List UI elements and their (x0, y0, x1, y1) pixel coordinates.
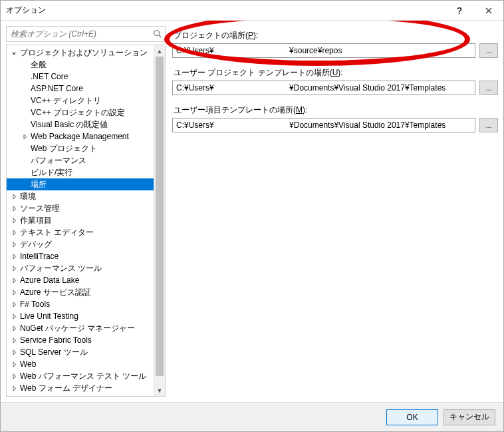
tree-item[interactable]: ASP.NET Core (7, 83, 165, 95)
chevron-right-icon (11, 194, 17, 200)
expander-closed[interactable] (9, 335, 19, 345)
chevron-right-icon (11, 314, 17, 320)
tree-item-label: パフォーマンス ツール (19, 263, 102, 274)
ok-button[interactable]: OK (386, 409, 438, 425)
tree-item-label: Live Unit Testing (19, 312, 78, 321)
expander-closed[interactable] (9, 228, 19, 237)
tree-scroll[interactable]: プロジェクトおよびソリューション全般.NET CoreASP.NET CoreV… (7, 45, 165, 396)
chevron-right-icon (11, 337, 17, 343)
chevron-right-icon (11, 206, 17, 212)
tree-item[interactable]: テキスト エディター (7, 226, 165, 238)
chevron-right-icon (11, 254, 17, 260)
expander-closed[interactable] (9, 204, 19, 213)
tree-item-label: プロジェクトおよびソリューション (19, 47, 148, 59)
scroll-down-button[interactable]: ▼ (154, 385, 165, 396)
user-item-templates-browse-button[interactable]: ... (479, 118, 498, 132)
tree-item-label: Azure サービス認証 (19, 287, 91, 298)
tree-item[interactable]: Service Fabric Tools (7, 334, 165, 346)
user-project-templates-group: ユーザー プロジェクト テンプレートの場所(U): ... (172, 67, 498, 95)
tree-item[interactable]: Web Package Management (7, 130, 165, 142)
tree-item[interactable]: SQL Server ツール (7, 346, 165, 358)
tree-item[interactable]: Live Unit Testing (7, 310, 165, 322)
user-item-templates-input[interactable] (172, 118, 475, 132)
tree-item[interactable]: Azure Data Lake (7, 274, 165, 286)
content-area: プロジェクトおよびソリューション全般.NET CoreASP.NET CoreV… (1, 21, 503, 402)
expander-open[interactable] (9, 48, 19, 57)
tree-item-label: VC++ プロジェクトの設定 (29, 107, 125, 118)
chevron-right-icon (11, 230, 17, 236)
tree-item[interactable]: F# Tools (7, 298, 165, 310)
user-project-templates-input[interactable] (172, 81, 475, 95)
tree-item[interactable]: .NET Core (7, 71, 165, 83)
tree-item-label: Azure Data Lake (19, 276, 79, 285)
expander-closed[interactable] (9, 300, 19, 309)
close-button[interactable] (474, 1, 503, 21)
tree-item[interactable]: Web (7, 358, 165, 370)
tree-item[interactable]: パフォーマンス (7, 154, 165, 166)
tree-item-label: 場所 (29, 179, 47, 190)
tree-item-label: 環境 (19, 191, 36, 202)
expander-closed[interactable] (9, 264, 19, 273)
tree-item-label: ソース管理 (19, 203, 60, 214)
projects-location-input[interactable] (172, 43, 475, 58)
tree-item-label: 作業項目 (19, 215, 52, 226)
tree-item[interactable]: 場所 (7, 178, 165, 190)
tree-item-label: ASP.NET Core (29, 84, 83, 93)
tree-item[interactable]: Web プロジェクト (7, 142, 165, 154)
help-button[interactable]: ? (445, 1, 474, 21)
tree-item[interactable]: 環境 (7, 190, 165, 202)
chevron-right-icon (11, 242, 17, 248)
tree-item[interactable]: デバッグ (7, 238, 165, 250)
expander-closed[interactable] (9, 216, 19, 225)
expander-closed[interactable] (9, 324, 19, 333)
tree-item[interactable]: Web フォーム デザイナー (7, 382, 165, 394)
tree-item[interactable]: 全般 (7, 59, 165, 71)
tree-item-label: F# Tools (19, 300, 50, 309)
tree-item[interactable]: パフォーマンス ツール (7, 262, 165, 274)
expander-closed[interactable] (9, 240, 19, 249)
tree-scrollbar[interactable]: ▲ ▼ (154, 45, 165, 396)
scroll-up-button[interactable]: ▲ (154, 45, 165, 57)
tree-item[interactable]: ビルド/実行 (7, 166, 165, 178)
user-project-templates-label: ユーザー プロジェクト テンプレートの場所(U): (172, 67, 498, 79)
tree-item[interactable]: ソース管理 (7, 202, 165, 214)
chevron-down-icon (11, 50, 17, 56)
chevron-right-icon (11, 218, 17, 224)
titlebar: オプション ? (1, 1, 503, 21)
tree-item[interactable]: VC++ プロジェクトの設定 (7, 107, 165, 118)
expander-closed[interactable] (9, 276, 19, 285)
user-item-templates-group: ユーザー項目テンプレートの場所(M): ... (172, 105, 498, 132)
expander-closed[interactable] (9, 359, 19, 369)
expander-closed[interactable] (9, 312, 19, 321)
expander-closed[interactable] (20, 132, 29, 141)
search-box[interactable] (6, 26, 166, 42)
expander-closed[interactable] (9, 192, 19, 201)
tree-item[interactable]: Web パフォーマンス テスト ツール (7, 370, 165, 382)
right-panel: プロジェクトの場所(P): ... ユーザー プロジェクト テンプレートの場所(… (172, 26, 498, 397)
expander-closed[interactable] (9, 252, 19, 261)
expander-closed[interactable] (9, 371, 19, 381)
tree-item[interactable]: プロジェクトおよびソリューション (7, 47, 165, 59)
tree-item-label: Web フォーム デザイナー (19, 383, 112, 394)
projects-location-browse-button[interactable]: ... (479, 43, 498, 58)
scroll-thumb[interactable] (156, 57, 164, 376)
expander-closed[interactable] (9, 383, 19, 393)
expander-closed[interactable] (9, 288, 19, 297)
user-project-templates-browse-button[interactable]: ... (479, 81, 498, 95)
tree-item[interactable]: VC++ ディレクトリ (7, 95, 165, 107)
tree-item[interactable]: NuGet パッケージ マネージャー (7, 322, 165, 334)
dialog-button-bar: OK キャンセル (1, 402, 503, 431)
chevron-right-icon (22, 134, 28, 140)
tree-item[interactable]: 作業項目 (7, 214, 165, 226)
scroll-track[interactable] (154, 57, 165, 385)
chevron-right-icon (11, 373, 17, 379)
user-item-templates-label: ユーザー項目テンプレートの場所(M): (172, 105, 498, 116)
tree-item[interactable]: IntelliTrace (7, 250, 165, 262)
cancel-button[interactable]: キャンセル (443, 409, 495, 425)
close-icon (485, 7, 492, 14)
search-input[interactable] (7, 27, 165, 41)
tree-item[interactable]: Visual Basic の既定値 (7, 118, 165, 130)
tree-item[interactable]: Azure サービス認証 (7, 286, 165, 298)
expander-closed[interactable] (9, 347, 19, 357)
options-tree: プロジェクトおよびソリューション全般.NET CoreASP.NET CoreV… (6, 45, 166, 397)
